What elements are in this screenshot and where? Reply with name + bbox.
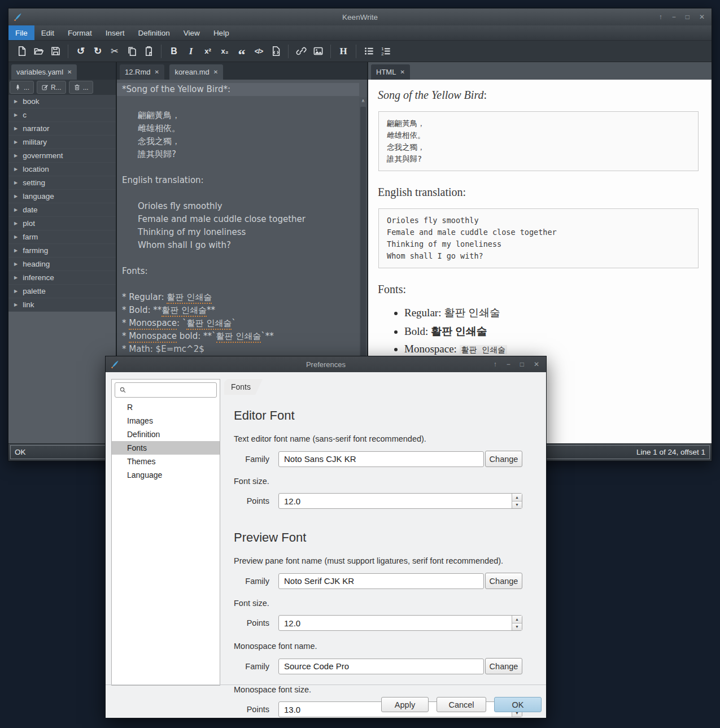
apply-button[interactable]: Apply: [381, 697, 429, 712]
menu-format[interactable]: Format: [61, 25, 99, 40]
tree-item-inference[interactable]: ▶inference: [8, 271, 116, 285]
category-images[interactable]: Images: [112, 414, 220, 428]
superscript-icon[interactable]: x²: [199, 43, 216, 60]
editor-text[interactable]: *Song of the Yellow Bird*: 翩翩黃鳥， 雌雄相依。 念…: [117, 83, 359, 356]
preview-font-change-button[interactable]: Change: [485, 573, 522, 589]
maximize-icon[interactable]: □: [520, 356, 524, 373]
tree-item-heading[interactable]: ▶heading: [8, 258, 116, 271]
menu-edit[interactable]: Edit: [34, 25, 61, 40]
menu-definition[interactable]: Definition: [132, 25, 177, 40]
editor-font-family-field[interactable]: Noto Sans CJK KR: [278, 451, 484, 467]
preview-font-points-spinner[interactable]: 12.0 ▲▼: [278, 615, 522, 631]
expand-icon[interactable]: ▶: [14, 167, 18, 172]
tree-item-palette[interactable]: ▶palette: [8, 285, 116, 298]
scroll-up-icon[interactable]: ∧: [359, 97, 367, 106]
tree-item-date[interactable]: ▶date: [8, 203, 116, 217]
minimize-icon[interactable]: −: [672, 8, 676, 25]
cut-icon[interactable]: ✂: [106, 43, 123, 60]
tab-close-icon[interactable]: ✕: [213, 69, 218, 75]
subscript-icon[interactable]: x₂: [216, 43, 233, 60]
tab-close-icon[interactable]: ✕: [67, 69, 72, 75]
category-fonts[interactable]: Fonts: [112, 441, 220, 455]
numbered-list-icon[interactable]: 12: [377, 43, 394, 60]
inline-code-icon[interactable]: </>: [250, 43, 267, 60]
close-icon[interactable]: ✕: [534, 356, 539, 373]
expand-icon[interactable]: ▶: [14, 153, 18, 158]
expand-icon[interactable]: ▶: [14, 140, 18, 145]
minimize-icon[interactable]: −: [507, 356, 510, 373]
paste-icon[interactable]: [140, 43, 157, 60]
expand-icon[interactable]: ▶: [14, 275, 18, 280]
expand-icon[interactable]: ▶: [14, 261, 18, 267]
tab-korean-md[interactable]: korean.md ✕: [169, 64, 223, 80]
tab-html[interactable]: HTML ✕: [371, 64, 410, 80]
restore-icon[interactable]: ↑: [659, 8, 662, 25]
maximize-icon[interactable]: □: [686, 8, 690, 25]
expand-icon[interactable]: ▶: [14, 302, 18, 307]
category-r[interactable]: R: [112, 400, 220, 414]
bold-icon[interactable]: B: [165, 43, 182, 60]
undo-icon[interactable]: ↺: [72, 43, 89, 60]
new-file-icon[interactable]: [13, 43, 30, 60]
expand-icon[interactable]: ▶: [14, 126, 18, 131]
tree-item-plot[interactable]: ▶plot: [8, 217, 116, 230]
tree-item-military[interactable]: ▶military: [8, 136, 116, 149]
tree-item-link[interactable]: ▶link: [8, 298, 116, 312]
tree-item-language[interactable]: ▶language: [8, 190, 116, 203]
category-definition[interactable]: Definition: [112, 428, 220, 441]
tree-item-setting[interactable]: ▶setting: [8, 176, 116, 190]
expand-icon[interactable]: ▶: [14, 234, 18, 239]
tree-item-farm[interactable]: ▶farm: [8, 230, 116, 244]
menu-file[interactable]: File: [8, 25, 34, 40]
blockquote-icon[interactable]: “: [233, 43, 250, 60]
tab-close-icon[interactable]: ✕: [400, 69, 404, 75]
tree-item-narrator[interactable]: ▶narrator: [8, 122, 116, 136]
menu-help[interactable]: Help: [207, 25, 236, 40]
preview-font-family-field[interactable]: Noto Serif CJK KR: [278, 573, 484, 589]
expand-icon[interactable]: ▶: [14, 289, 18, 294]
tree-item-farming[interactable]: ▶farming: [8, 244, 116, 258]
tab-variables-yaml[interactable]: variables.yaml ✕: [11, 64, 77, 80]
monospace-font-family-field[interactable]: Source Code Pro: [278, 659, 484, 674]
tree-item-location[interactable]: ▶location: [8, 163, 116, 176]
expand-icon[interactable]: ▶: [14, 180, 18, 185]
menu-view[interactable]: View: [177, 25, 207, 40]
image-icon[interactable]: [309, 43, 326, 60]
scrollbar-thumb[interactable]: [360, 107, 366, 364]
copy-icon[interactable]: [123, 43, 140, 60]
heading-icon[interactable]: H: [335, 43, 352, 60]
rename-definition-button[interactable]: R...: [37, 81, 66, 94]
editor-font-points-spinner[interactable]: 12.0 ▲▼: [278, 493, 522, 509]
expand-icon[interactable]: ▶: [14, 221, 18, 226]
expand-icon[interactable]: ▶: [14, 248, 18, 253]
tree-item-government[interactable]: ▶government: [8, 149, 116, 163]
spin-up-icon[interactable]: ▲: [512, 494, 522, 502]
tab-close-icon[interactable]: ✕: [155, 69, 159, 75]
open-file-icon[interactable]: [30, 43, 47, 60]
tree-item-c[interactable]: ▶c: [8, 108, 116, 122]
fenced-code-icon[interactable]: [267, 43, 284, 60]
delete-definition-button[interactable]: ...: [69, 81, 93, 94]
link-icon[interactable]: [293, 43, 309, 60]
save-file-icon[interactable]: [47, 43, 64, 60]
italic-icon[interactable]: I: [182, 43, 199, 60]
menu-insert[interactable]: Insert: [99, 25, 132, 40]
expand-icon[interactable]: ▶: [14, 99, 18, 104]
monospace-font-change-button[interactable]: Change: [485, 658, 522, 674]
tab-12-rmd[interactable]: 12.Rmd ✕: [120, 64, 164, 80]
expand-icon[interactable]: ▶: [14, 194, 18, 199]
expand-icon[interactable]: ▶: [14, 207, 18, 212]
redo-icon[interactable]: ↻: [89, 43, 106, 60]
close-icon[interactable]: ✕: [699, 8, 705, 25]
category-language[interactable]: Language: [112, 468, 220, 482]
tree-item-book[interactable]: ▶book: [8, 95, 116, 108]
spin-down-icon[interactable]: ▼: [512, 502, 522, 509]
spin-up-icon[interactable]: ▲: [512, 616, 522, 624]
cancel-button[interactable]: Cancel: [437, 697, 486, 712]
definition-tree-button[interactable]: ...: [10, 81, 34, 94]
search-input[interactable]: [115, 382, 217, 398]
editor-font-change-button[interactable]: Change: [485, 451, 522, 467]
restore-icon[interactable]: ↑: [494, 356, 497, 373]
expand-icon[interactable]: ▶: [14, 112, 18, 117]
category-themes[interactable]: Themes: [112, 455, 220, 468]
